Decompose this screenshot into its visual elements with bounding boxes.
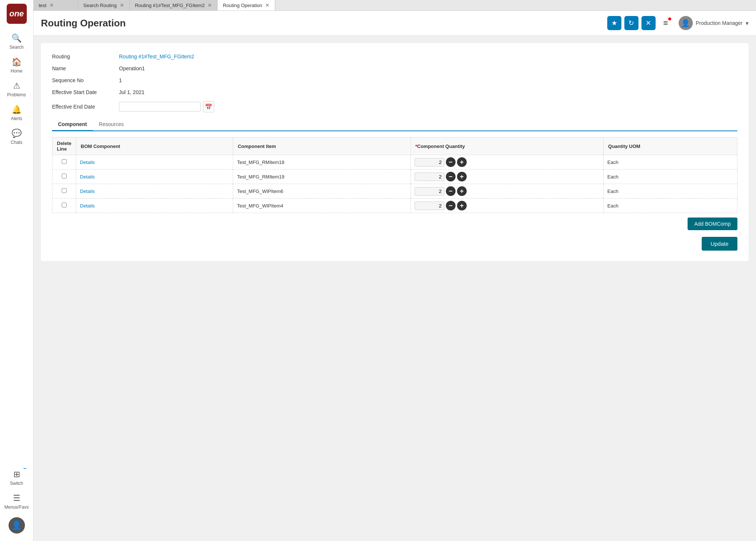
uom-cell: Each: [604, 184, 737, 199]
avatar-icon: 👤: [12, 521, 22, 530]
qty-minus-button[interactable]: −: [446, 157, 456, 167]
sidebar-item-label: Home: [10, 68, 22, 74]
col-delete: Delete Line: [52, 138, 76, 155]
bom-details-link[interactable]: Details: [80, 174, 95, 180]
favorite-button[interactable]: ★: [607, 16, 621, 30]
qty-minus-button[interactable]: −: [446, 172, 456, 181]
bell-icon: 🔔: [12, 105, 22, 115]
update-button[interactable]: Update: [702, 237, 737, 251]
delete-checkbox[interactable]: [62, 203, 67, 207]
tab-component[interactable]: Component: [52, 118, 93, 131]
sidebar-item-home[interactable]: 🏠 Home: [0, 54, 33, 77]
search-icon: 🔍: [12, 33, 22, 43]
col-qty: *Component Quantity: [411, 138, 604, 155]
main-area: test ✕ Search Routing ✕ Routing #1#Test_…: [33, 0, 756, 541]
sidebar-item-alerts[interactable]: 🔔 Alerts: [0, 101, 33, 125]
menu-button[interactable]: ≡: [659, 16, 673, 30]
refresh-icon: ↻: [628, 19, 634, 27]
user-name: Production Manager: [696, 20, 743, 26]
bom-cell: Details: [76, 155, 233, 170]
table-row: Details Test_MFG_WIPItem4 − + Each: [52, 199, 737, 213]
notification-dot: [667, 17, 672, 21]
delete-cell: [52, 155, 76, 170]
page-title: Routing Operation: [41, 17, 607, 29]
effective-start-label: Effective Start Date: [52, 89, 119, 95]
sidebar-item-label: Problems: [7, 92, 26, 97]
item-cell: Test_MFG_RMItem19: [233, 170, 411, 184]
col-bom: BOM Component: [76, 138, 233, 155]
table-header-row: Delete Line BOM Component Component Item…: [52, 138, 737, 155]
uom-cell: Each: [604, 155, 737, 170]
bottom-avatar[interactable]: 👤: [9, 517, 25, 534]
tab-close-routing-op[interactable]: ✕: [265, 2, 270, 8]
calendar-button[interactable]: 📅: [203, 101, 214, 112]
qty-minus-button[interactable]: −: [446, 201, 456, 210]
item-cell: Test_MFG_WIPItem4: [233, 199, 411, 213]
uom-value: Each: [607, 160, 618, 165]
effective-end-input-area: 📅: [119, 101, 214, 112]
user-dropdown-arrow[interactable]: ▾: [746, 20, 749, 27]
qty-plus-button[interactable]: +: [457, 172, 467, 181]
bom-details-link[interactable]: Details: [80, 203, 95, 209]
effective-end-input[interactable]: [119, 102, 201, 112]
sidebar-item-search[interactable]: 🔍 Search: [0, 30, 33, 54]
delete-cell: [52, 199, 76, 213]
sidebar-item-menus[interactable]: ☰ Menus/Favs: [0, 490, 33, 513]
bom-cell: Details: [76, 170, 233, 184]
qty-plus-button[interactable]: +: [457, 186, 467, 196]
uom-value: Each: [607, 174, 618, 180]
sidebar-item-chats[interactable]: 💬 Chats: [0, 125, 33, 149]
qty-input[interactable]: [415, 158, 444, 167]
col-uom: Quantity UOM: [604, 138, 737, 155]
sidebar-item-switch[interactable]: ⊞ Switch: [0, 466, 33, 490]
tab-resources-label: Resources: [99, 121, 124, 127]
delete-checkbox[interactable]: [62, 174, 67, 178]
qty-controls: − +: [415, 172, 600, 181]
close-icon: ✕: [646, 19, 651, 27]
tab-resources[interactable]: Resources: [93, 118, 130, 131]
delete-checkbox[interactable]: [62, 159, 67, 164]
tab-close-search[interactable]: ✕: [120, 2, 124, 8]
form-card: Routing Routing #1#Test_MFG_FGItem2 Name…: [41, 43, 749, 261]
sidebar-item-label: Alerts: [11, 116, 22, 121]
item-value: Test_MFG_RMItem18: [237, 160, 284, 165]
sequence-label: Sequence No: [52, 77, 119, 83]
qty-plus-button[interactable]: +: [457, 157, 467, 167]
content-header: Routing Operation ★ ↻ ✕ ≡ 👤 Production M…: [33, 11, 756, 36]
tab-navigation: Component Resources: [52, 118, 737, 131]
qty-minus-button[interactable]: −: [446, 186, 456, 196]
effective-start-value: Jul 1, 2021: [119, 89, 145, 95]
bom-details-link[interactable]: Details: [80, 160, 95, 165]
effective-end-row: Effective End Date 📅: [52, 101, 737, 112]
routing-link[interactable]: Routing #1#Test_MFG_FGItem2: [119, 54, 194, 59]
avatar-placeholder: 👤: [681, 19, 690, 28]
sidebar-item-problems[interactable]: ⚠ Problems: [0, 77, 33, 101]
qty-label: Component Quantity: [417, 144, 465, 149]
refresh-button[interactable]: ↻: [624, 16, 638, 30]
tab-search-routing[interactable]: Search Routing ✕: [78, 0, 130, 10]
logo-text: one: [9, 9, 24, 19]
page-actions: Update: [52, 237, 737, 251]
close-page-button[interactable]: ✕: [641, 16, 656, 30]
sidebar: one 🔍 Search 🏠 Home ⚠ Problems 🔔 Alerts …: [0, 0, 33, 541]
bom-details-link[interactable]: Details: [80, 189, 95, 194]
qty-input[interactable]: [415, 173, 444, 181]
qty-input[interactable]: [415, 202, 444, 210]
tab-close-routing-item[interactable]: ✕: [208, 2, 212, 8]
qty-plus-button[interactable]: +: [457, 201, 467, 210]
sidebar-item-label: Search: [9, 45, 23, 50]
add-bom-button[interactable]: Add BOMComp: [688, 218, 737, 230]
app-logo[interactable]: one: [7, 4, 27, 24]
tab-close-test[interactable]: ✕: [49, 2, 54, 8]
tab-label: Routing Operation: [223, 3, 262, 8]
qty-input[interactable]: [415, 187, 444, 196]
delete-checkbox[interactable]: [62, 188, 67, 193]
tab-routing-operation[interactable]: Routing Operation ✕: [218, 0, 275, 10]
qty-cell: − +: [411, 199, 604, 213]
uom-cell: Each: [604, 170, 737, 184]
uom-value: Each: [607, 189, 618, 194]
name-row: Name Operation1: [52, 65, 737, 71]
tab-test[interactable]: test ✕: [33, 0, 78, 10]
tab-routing-item[interactable]: Routing #1#Test_MFG_FGItem2 ✕: [130, 0, 218, 10]
effective-end-label: Effective End Date: [52, 104, 119, 110]
